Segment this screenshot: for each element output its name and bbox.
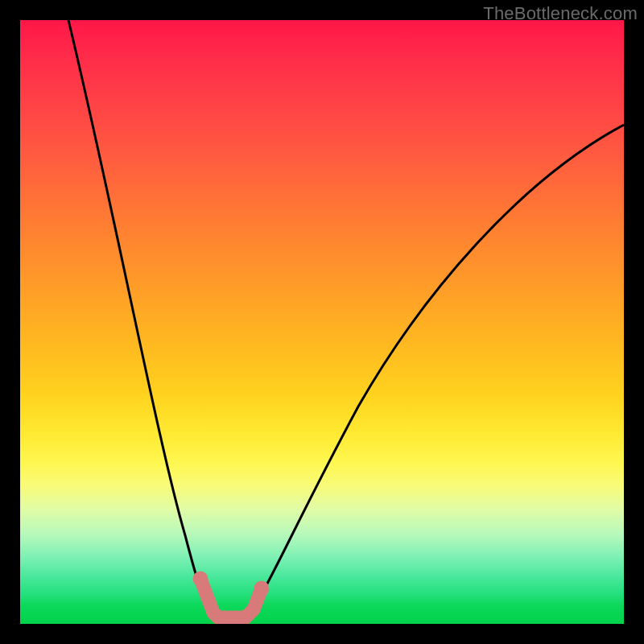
curve-right [252,125,624,611]
watermark-text: TheBottleneck.com [483,3,638,24]
chart-frame [20,20,624,624]
marker-dot-1 [200,578,201,580]
marker-dot-2 [261,588,262,589]
marker-cluster [200,578,262,617]
bottleneck-curve [20,20,624,624]
curve-left [68,20,212,612]
